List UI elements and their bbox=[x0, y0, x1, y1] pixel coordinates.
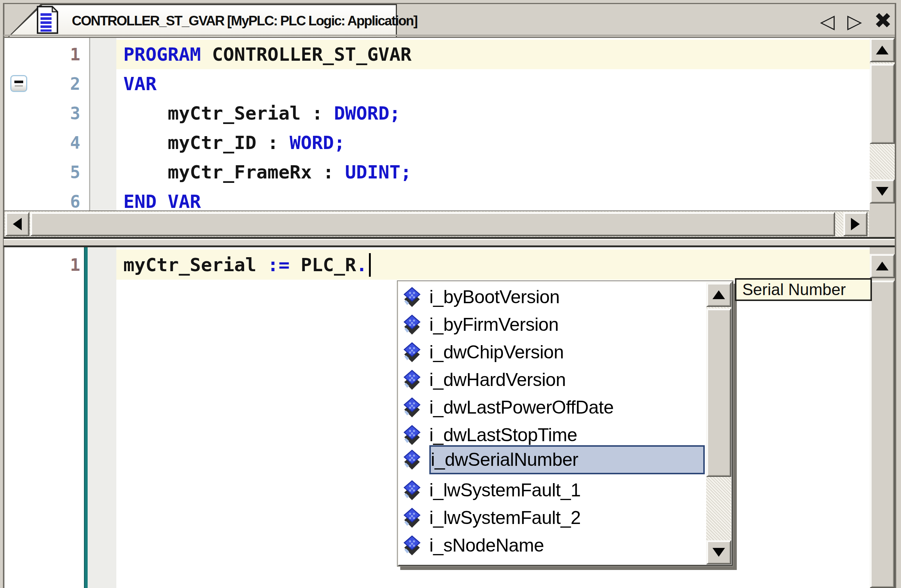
identifier: myCtr_Serial bbox=[123, 103, 312, 124]
variable-icon bbox=[402, 425, 422, 446]
completion-item[interactable]: i_sNodeName bbox=[399, 532, 705, 559]
completion-item-label: i_dwLastPowerOffDate bbox=[429, 394, 613, 421]
scroll-up-button[interactable] bbox=[870, 38, 895, 62]
arrow-down-icon bbox=[712, 548, 725, 557]
document-icon bbox=[37, 6, 58, 34]
window-border-right bbox=[895, 3, 896, 588]
scroll-down-button[interactable] bbox=[870, 179, 895, 204]
variable-icon bbox=[402, 535, 422, 556]
scroll-up-button[interactable] bbox=[870, 254, 895, 278]
completion-item-selected[interactable]: i_dwSerialNumber bbox=[399, 446, 705, 474]
scroll-left-button[interactable] bbox=[5, 212, 30, 236]
plc-editor-window: CONTROLLER_ST_GVAR [MyPLC: PLC Logic: Ap… bbox=[0, 0, 901, 588]
top-vertical-scrollbar[interactable] bbox=[870, 38, 895, 210]
type-keyword: WORD; bbox=[290, 132, 345, 154]
arrow-left-icon bbox=[13, 218, 22, 230]
bottom-vertical-scrollbar[interactable] bbox=[870, 247, 895, 588]
keyword: VAR bbox=[123, 73, 156, 95]
autocomplete-popup: i_byBootVersion i_byFirmVersion i_dwChip… bbox=[397, 280, 733, 567]
code-line: myCtr_ID : WORD; bbox=[123, 128, 345, 157]
line-number: 1 bbox=[5, 250, 80, 280]
line-number: 3 bbox=[5, 99, 80, 128]
completion-tooltip: Serial Number bbox=[735, 278, 872, 301]
completion-item-label: i_sNodeName bbox=[429, 532, 544, 559]
fold-gutter bbox=[87, 247, 116, 588]
completion-item-label: i_dwChipVersion bbox=[429, 339, 564, 366]
identifier: PLC_R bbox=[301, 254, 356, 275]
completion-item-label: i_dwLastStopTime bbox=[429, 421, 577, 449]
variable-icon bbox=[402, 314, 422, 336]
keyword: PROGRAM bbox=[123, 44, 201, 65]
line-number: 4 bbox=[5, 128, 80, 157]
line-number: 1 bbox=[5, 40, 80, 69]
scrollbar-filler bbox=[870, 204, 895, 210]
arrow-up-icon bbox=[712, 290, 725, 299]
scrollbar-corner bbox=[869, 211, 895, 237]
completion-item-label: i_lwSystemFault_2 bbox=[429, 504, 581, 532]
type-keyword: UDINT; bbox=[345, 162, 412, 183]
completion-item[interactable]: i_byBootVersion bbox=[399, 283, 705, 311]
completion-item[interactable]: i_dwChipVersion bbox=[399, 339, 705, 366]
line-number: 5 bbox=[5, 157, 80, 187]
operator: : bbox=[312, 103, 334, 124]
tabbar-separator bbox=[4, 34, 895, 36]
arrow-up-icon bbox=[876, 46, 889, 54]
scrollbar-thumb[interactable] bbox=[30, 212, 835, 236]
code-line: myCtr_Serial : DWORD; bbox=[123, 99, 401, 128]
scroll-up-button[interactable] bbox=[706, 283, 731, 307]
nav-forward-icon[interactable]: ▷ bbox=[842, 9, 867, 33]
popup-scrollbar[interactable] bbox=[706, 283, 731, 565]
declaration-editor[interactable]: 1 2 3 4 5 6 PROGRAM CONTROLLER_ST_GVAR V… bbox=[5, 38, 870, 210]
code-line: myCtr_FrameRx : UDINT; bbox=[123, 157, 412, 187]
close-icon[interactable]: ✖ bbox=[869, 9, 897, 33]
code-line: myCtr_Serial := PLC_R. bbox=[123, 250, 367, 280]
completion-item-label: i_byFirmVersion bbox=[429, 311, 558, 339]
arrow-right-icon bbox=[851, 218, 860, 230]
scrollbar-thumb[interactable] bbox=[706, 308, 731, 477]
arrow-down-icon bbox=[876, 187, 889, 196]
completion-item[interactable]: i_dwLastStopTime bbox=[399, 421, 705, 449]
operator: : bbox=[323, 162, 345, 183]
keyword: END_VAR bbox=[123, 191, 201, 212]
identifier: myCtr_ID bbox=[123, 132, 267, 154]
scroll-right-button[interactable] bbox=[843, 212, 867, 236]
variable-icon bbox=[402, 287, 422, 308]
code-line: VAR bbox=[123, 69, 156, 99]
fold-collapse-icon[interactable] bbox=[10, 75, 27, 92]
identifier: CONTROLLER_ST_GVAR bbox=[201, 44, 412, 65]
variable-icon bbox=[402, 397, 422, 418]
tab-title: CONTROLLER_ST_GVAR [MyPLC: PLC Logic: Ap… bbox=[72, 4, 417, 37]
horizontal-scrollbar[interactable] bbox=[5, 211, 869, 237]
operator: : bbox=[267, 132, 289, 154]
scrollbar-thumb[interactable] bbox=[870, 64, 895, 144]
dot-operator: . bbox=[356, 254, 367, 275]
fold-gutter bbox=[90, 38, 116, 210]
variable-icon bbox=[402, 342, 422, 363]
variable-icon bbox=[402, 507, 422, 529]
type-keyword: DWORD; bbox=[334, 103, 401, 124]
completion-item-label: i_dwSerialNumber bbox=[431, 446, 578, 474]
pane-splitter-grip[interactable] bbox=[4, 239, 895, 246]
completion-item[interactable]: i_dwHardVersion bbox=[399, 366, 705, 394]
assign-operator: := bbox=[267, 254, 301, 275]
completion-item-label: i_lwSystemFault_1 bbox=[429, 476, 581, 504]
scroll-down-button[interactable] bbox=[706, 540, 731, 565]
code-line: PROGRAM CONTROLLER_ST_GVAR bbox=[123, 40, 412, 69]
variable-icon bbox=[402, 449, 422, 471]
arrow-up-icon bbox=[876, 261, 889, 271]
completion-item-label: i_byBootVersion bbox=[429, 283, 560, 311]
variable-icon bbox=[402, 369, 422, 391]
completion-item[interactable]: i_byFirmVersion bbox=[399, 311, 705, 339]
scrollbar-thumb[interactable] bbox=[870, 280, 895, 588]
text-caret bbox=[369, 253, 371, 277]
identifier: myCtr_Serial bbox=[123, 254, 267, 275]
completion-item[interactable]: i_dwLastPowerOffDate bbox=[399, 394, 705, 421]
completion-item[interactable]: i_lwSystemFault_1 bbox=[399, 476, 705, 504]
completion-item[interactable]: i_lwSystemFault_2 bbox=[399, 504, 705, 532]
variable-icon bbox=[402, 480, 422, 501]
nav-back-icon[interactable]: ◁ bbox=[814, 9, 840, 33]
identifier: myCtr_FrameRx bbox=[123, 162, 323, 183]
completion-item-label: i_dwHardVersion bbox=[429, 366, 566, 394]
